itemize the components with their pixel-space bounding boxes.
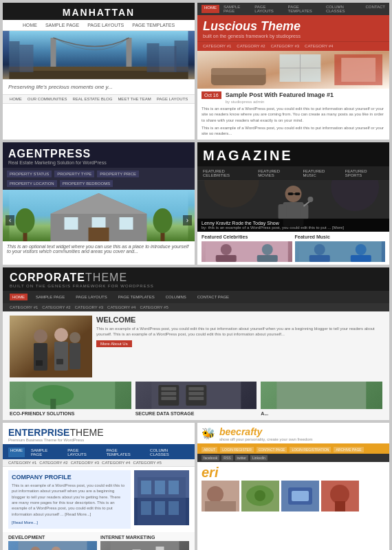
mag-nav-music[interactable]: Featured Music [303,169,338,177]
filter-type[interactable]: Property Type [54,170,94,177]
mag-nav-sports[interactable]: Featured Sports [345,169,384,177]
svg-rect-88 [111,541,179,550]
svg-point-95 [207,486,224,503]
corp-nav-home[interactable]: HOME [10,294,28,300]
luscious-nav[interactable]: CATEGORY #1 CATEGORY #2 CATEGORY #3 CATE… [197,41,389,51]
corporate-categories[interactable]: CATEGORY #1 CATEGORY #2 CATEGORY #3 CATE… [3,303,389,311]
svg-rect-12 [341,58,375,82]
beecrafty-topbar[interactable]: about Login Register Contact page Login … [197,446,389,454]
svg-rect-67 [161,397,176,400]
agentpress-filters[interactable]: Property Status Property Type Property P… [3,168,195,190]
section-celebrities-title: Featured Celebrities [202,234,292,239]
ent-nav-home[interactable]: HOME [8,448,25,457]
bee-rss[interactable]: RSS [221,455,232,461]
ent-nav-templates[interactable]: Page Templates [104,448,144,457]
luscious-post-content: Oct 16 Sample Post With Featured Image #… [197,89,389,140]
magazine-featured-text: by: this is an example of a WordPress po… [202,226,385,230]
filter-location[interactable]: Property Location [7,180,57,187]
ent-cat2[interactable]: CATEGORY #2 [39,461,67,465]
magazine-nav[interactable]: Featured Celebrities Featured Movies Fea… [197,166,389,180]
enterprise-dev-image [8,541,97,550]
enterprise-development-section: DEVELOPMENT [8,535,97,550]
enterprise-nav[interactable]: HOME Sample Page Page Layouts Page Templ… [3,446,195,459]
bee-tab-about[interactable]: about [202,447,217,452]
manhattan-nav-layouts[interactable]: PAGE LAYOUTS [87,23,124,28]
mag-nav-movies[interactable]: Featured Movies [258,169,296,177]
mnav-blog[interactable]: REAL ESTATE BLOG [72,97,112,101]
ent-nav-sample[interactable]: Sample Page [29,448,61,457]
mnav-layouts[interactable]: PAGE LAYOUTS [157,97,188,101]
svg-rect-76 [141,481,151,494]
mnav-home[interactable]: HOME [10,97,22,101]
corp-nav-contact[interactable]: CONTACT PAGE [195,294,232,300]
svg-point-54 [54,328,68,342]
corp-cat3[interactable]: CATEGORY #3 [75,305,103,309]
ent-nav-layouts[interactable]: Page Layouts [65,448,100,457]
bee-twitter[interactable]: twitter [235,455,248,461]
svg-point-104 [330,485,349,504]
luscious-post-text: This is an example of a WordPress post, … [202,106,385,123]
filter-status[interactable]: Property Status [7,170,52,177]
beecrafty-content: eri [197,462,389,514]
svg-point-56 [69,332,80,343]
luscious-tab-home[interactable]: HOME [202,5,219,13]
beecrafty-bee-icon: 🐝 [202,427,215,440]
bee-tab-contact[interactable]: Contact page [257,447,287,452]
luscious-tab-columns[interactable]: COLUMN CLASSES [326,5,362,13]
corporate-subtitle: BUILT ON THE GENESIS FRAMEWORK FOR WORDP… [10,284,382,288]
prev-arrow[interactable]: ‹ [6,215,14,226]
corporate-nav[interactable]: HOME SAMPLE PAGE PAGE LAYOUTS PAGE TEMPL… [3,291,389,303]
enterprise-categories[interactable]: CATEGORY #1 CATEGORY #2 CATEGORY #3 CATE… [3,459,195,467]
mag-nav-celebrities[interactable]: Featured Celebrities [203,169,251,177]
ent-nav-columns[interactable]: Column Classes [148,448,189,457]
corp-cat1[interactable]: CATEGORY #1 [10,305,38,309]
ent-cat3[interactable]: CATEGORY #3 [71,461,99,465]
beecrafty-social[interactable]: facebook RSS twitter LinkedIn [197,454,389,462]
corporate-hero-image [10,316,92,377]
manhattan-nav-templates[interactable]: PAGE TEMPLATES [132,23,175,28]
slideshow-arrows[interactable]: ‹ › [3,215,195,226]
craft-image-4 [321,481,359,512]
manhattan-bottom-nav[interactable]: HOME OUR COMMUNITIES REAL ESTATE BLOG ME… [3,94,195,104]
luscious-tab-layouts[interactable]: PAGE LAYOUTS [254,5,283,13]
bee-linkedin[interactable]: LinkedIn [250,455,268,461]
luscious-topbar[interactable]: HOME SAMPLE PAGE PAGE LAYOUTS PAGE TEMPL… [197,3,389,15]
filter-bedrooms[interactable]: Property Bedrooms [60,180,113,187]
luscious-cat3[interactable]: CATEGORY #3 [271,44,299,48]
ent-cat1[interactable]: CATEGORY #1 [8,461,36,465]
corporate-more-button[interactable]: More About Us [96,340,132,347]
luscious-cat1[interactable]: CATEGORY #1 [203,44,231,48]
manhattan-caption: Preserving life's precious moments one y… [3,79,195,94]
manhattan-nav-sample[interactable]: SAMPLE PAGE [45,23,79,28]
filter-price[interactable]: Property Price [97,170,139,177]
mnav-communities[interactable]: OUR COMMUNITIES [28,97,67,101]
agentpress-caption: This is an optional text widget where yo… [3,241,195,256]
luscious-post-text2: This is an example of a WordPress post, … [202,125,385,137]
corp-nav-sample[interactable]: SAMPLE PAGE [33,294,67,300]
manhattan-nav-home[interactable]: HOME [23,23,37,28]
svg-rect-59 [56,359,63,364]
ent-cat4[interactable]: CATEGORY #4 [102,461,130,465]
bee-tab-archive[interactable]: Archive page [334,447,363,452]
enterprise-read-more[interactable]: [Read More...] [12,520,38,525]
luscious-cat2[interactable]: CATEGORY #2 [237,44,265,48]
magazine-featured-name: Lenny Kravitz Rode the Today Show [202,221,385,226]
bee-facebook[interactable]: facebook [202,455,219,461]
mnav-team[interactable]: MEET THE TEAM [118,97,151,101]
luscious-tab-contact[interactable]: CONTACT [365,5,385,13]
luscious-cat4[interactable]: CATEGORY #4 [305,44,333,48]
bee-tab-login[interactable]: Login Register [220,447,254,452]
corp-nav-templates[interactable]: PAGE TEMPLATES [116,294,157,300]
magazine-caption: Lenny Kravitz Rode the Today Show by: th… [197,219,389,232]
next-arrow[interactable]: › [183,215,192,226]
corp-cat2[interactable]: CATEGORY #2 [42,305,70,309]
corp-cat5[interactable]: CATEGORY #5 [140,305,168,309]
ent-cat5[interactable]: CATEGORY #5 [133,461,161,465]
luscious-tab-sample[interactable]: SAMPLE PAGE [224,5,250,13]
corp-nav-layouts[interactable]: PAGE LAYOUTS [73,294,109,300]
manhattan-nav[interactable]: HOME SAMPLE PAGE PAGE LAYOUTS PAGE TEMPL… [3,20,195,31]
luscious-tab-templates[interactable]: PAGE TEMPLATES [288,5,322,13]
corp-cat4[interactable]: CATEGORY #4 [107,305,135,309]
corp-nav-columns[interactable]: COLUMNS [163,294,189,300]
bee-tab-loginreg[interactable]: Login registration [290,447,331,452]
